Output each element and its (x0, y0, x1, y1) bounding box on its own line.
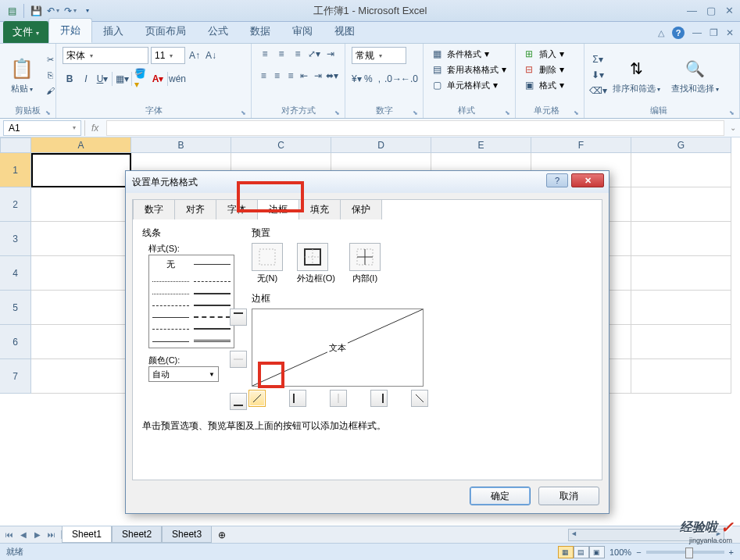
zoom-in-icon[interactable]: + (729, 548, 734, 557)
cell[interactable] (31, 187, 131, 222)
wrap-text-icon[interactable]: ⇥ (324, 47, 338, 61)
close-button[interactable]: ✕ (725, 5, 734, 16)
line-style[interactable] (194, 288, 231, 294)
tab-review[interactable]: 审阅 (281, 20, 324, 43)
line-style[interactable] (152, 288, 189, 294)
sheet-nav-first-icon[interactable]: ⏮ (3, 530, 16, 539)
border-top-button[interactable] (230, 309, 247, 326)
cell[interactable] (631, 359, 731, 394)
dialog-help-button[interactable]: ? (546, 173, 568, 187)
find-select-button[interactable]: 🔍 查找和选择 (668, 55, 722, 96)
border-middle-v-button[interactable] (330, 390, 347, 407)
preset-inside-button[interactable]: 内部(I) (349, 243, 381, 284)
font-name-select[interactable]: 宋体 (63, 47, 148, 64)
tab-home[interactable]: 开始 (48, 18, 92, 43)
zoom-slider[interactable] (646, 551, 724, 554)
column-header[interactable]: C (231, 137, 331, 153)
line-style[interactable] (152, 323, 189, 330)
copy-icon[interactable]: ⎘ (42, 68, 58, 82)
insert-cells-button[interactable]: ⊞插入▾ (522, 47, 577, 61)
fx-label[interactable]: fx (84, 120, 105, 136)
table-format-button[interactable]: ▤套用表格格式▾ (430, 62, 509, 77)
view-page-break-icon[interactable]: ▣ (589, 546, 605, 558)
sheet-nav-prev-icon[interactable]: ◀ (17, 530, 30, 539)
style-none[interactable]: 无 (152, 259, 189, 273)
cut-icon[interactable]: ✂ (42, 52, 58, 66)
align-left-icon[interactable]: ≡ (258, 69, 269, 83)
name-box[interactable]: A1 (3, 120, 81, 136)
line-style[interactable] (194, 312, 231, 318)
ok-button[interactable]: 确定 (470, 487, 531, 505)
clear-icon[interactable]: ⌫▾ (591, 84, 605, 98)
decrease-font-icon[interactable]: A↓ (204, 48, 218, 62)
bold-icon[interactable]: B (63, 72, 77, 86)
undo-icon[interactable]: ↶ (46, 4, 60, 18)
line-style[interactable] (152, 336, 189, 342)
delete-cells-button[interactable]: ⊟删除▾ (522, 62, 577, 77)
cell[interactable] (631, 291, 731, 325)
line-style[interactable] (152, 300, 189, 306)
cell[interactable] (631, 256, 731, 291)
formula-bar-expand-icon[interactable]: ⌄ (726, 123, 740, 132)
dialog-close-button[interactable]: ✕ (571, 173, 604, 187)
row-header[interactable]: 4 (0, 256, 31, 291)
sheet-nav-last-icon[interactable]: ⏭ (45, 530, 58, 539)
cell-a1[interactable] (31, 153, 131, 187)
line-style[interactable] (194, 276, 231, 282)
doc-restore-icon[interactable]: ❐ (710, 27, 718, 38)
line-style[interactable] (194, 336, 231, 342)
dialog-tab-number[interactable]: 数字 (133, 199, 175, 219)
row-header[interactable]: 3 (0, 222, 31, 256)
zoom-out-icon[interactable]: − (636, 548, 641, 557)
column-header[interactable]: F (531, 137, 631, 153)
autosum-icon[interactable]: Σ▾ (591, 52, 605, 66)
tab-page-layout[interactable]: 页面布局 (134, 20, 197, 43)
column-header[interactable]: A (31, 137, 131, 153)
borders-icon[interactable]: ▦▾ (115, 72, 129, 86)
line-style[interactable] (152, 312, 189, 318)
cell[interactable] (631, 153, 731, 187)
doc-minimize-icon[interactable]: — (692, 27, 702, 38)
border-bottom-button[interactable] (230, 393, 247, 410)
row-header[interactable]: 5 (0, 291, 31, 325)
row-header[interactable]: 2 (0, 187, 31, 222)
view-page-layout-icon[interactable]: ▤ (574, 546, 589, 558)
paste-button[interactable]: 📋 粘贴 (6, 55, 38, 96)
orientation-icon[interactable]: ⤢▾ (307, 47, 321, 61)
minimize-button[interactable]: — (687, 5, 697, 16)
dialog-tab-alignment[interactable]: 对齐 (174, 199, 216, 219)
border-left-button[interactable] (289, 390, 306, 407)
cell-styles-button[interactable]: ▢单元格样式▾ (430, 78, 509, 92)
help-icon[interactable]: ? (672, 27, 685, 39)
cancel-button[interactable]: 取消 (538, 487, 599, 505)
sort-filter-button[interactable]: ⇅ 排序和筛选 (610, 55, 663, 96)
cell[interactable] (31, 359, 131, 394)
qat-customize-icon[interactable]: ▾ (80, 4, 95, 18)
excel-icon[interactable]: ▤ (5, 4, 19, 18)
dialog-tab-border[interactable]: 边框 (257, 199, 299, 219)
line-style[interactable] (194, 300, 231, 306)
dialog-tab-fill[interactable]: 填充 (299, 199, 341, 219)
select-all-corner[interactable] (0, 137, 31, 153)
border-diagonal-up-button[interactable] (248, 390, 266, 407)
line-color-select[interactable]: 自动 (148, 366, 219, 382)
line-style[interactable] (194, 259, 231, 265)
view-normal-icon[interactable]: ▦ (558, 546, 574, 558)
preset-outline-button[interactable]: 外边框(O) (297, 243, 335, 284)
underline-icon[interactable]: U▾ (95, 72, 109, 86)
format-painter-icon[interactable]: 🖌 (42, 84, 58, 98)
align-bottom-icon[interactable]: ≡ (291, 47, 305, 61)
line-style[interactable] (152, 276, 189, 282)
currency-icon[interactable]: ¥▾ (352, 72, 362, 86)
align-top-icon[interactable]: ≡ (258, 47, 272, 61)
sheet-tab[interactable]: Sheet3 (162, 526, 212, 543)
format-cells-button[interactable]: ▣格式▾ (522, 78, 577, 92)
redo-icon[interactable]: ↷ (63, 4, 77, 18)
formula-input[interactable] (106, 120, 724, 136)
save-icon[interactable]: 💾 (29, 4, 43, 18)
percent-icon[interactable]: % (364, 72, 373, 86)
maximize-button[interactable]: ▢ (706, 5, 716, 16)
merge-icon[interactable]: ⬌▾ (326, 69, 338, 83)
tab-formulas[interactable]: 公式 (197, 20, 239, 43)
row-header[interactable]: 6 (0, 325, 31, 359)
